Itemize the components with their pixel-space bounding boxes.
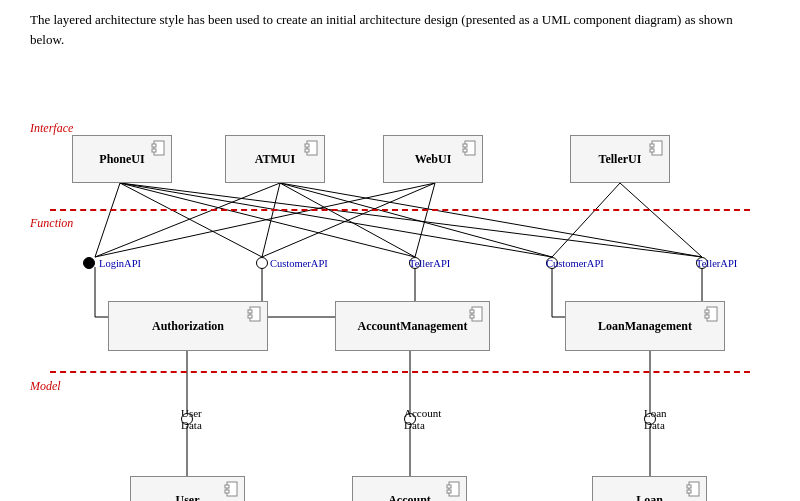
loandata-group: Loan Data [644, 413, 656, 425]
svg-rect-52 [227, 482, 237, 496]
accountmanagement-label: AccountManagement [358, 319, 468, 334]
svg-rect-51 [705, 315, 709, 318]
component-icon [446, 481, 462, 497]
svg-rect-56 [447, 485, 451, 488]
customerapi2-label: CustomerAPI [546, 258, 604, 269]
svg-rect-49 [707, 307, 717, 321]
svg-line-5 [95, 183, 280, 257]
accountdata-group: Account Data [404, 413, 416, 425]
function-layer-label: Function [30, 216, 73, 231]
dashed-line-1 [50, 209, 750, 211]
svg-rect-45 [248, 315, 252, 318]
account-box: Account [352, 476, 467, 501]
svg-line-9 [280, 183, 702, 257]
authorization-label: Authorization [152, 319, 224, 334]
tellerapi2-label: TellerAPI [696, 258, 737, 269]
webui-box: WebUI [383, 135, 483, 183]
svg-rect-42 [650, 149, 654, 152]
svg-line-8 [280, 183, 552, 257]
svg-line-1 [120, 183, 262, 257]
svg-rect-41 [650, 144, 654, 147]
svg-line-6 [262, 183, 280, 257]
component-icon [649, 140, 665, 156]
dashed-line-2 [50, 371, 750, 373]
atmui-box: ATMUI [225, 135, 325, 183]
svg-rect-54 [225, 490, 229, 493]
interface-layer-label: Interface [30, 121, 73, 136]
component-icon [469, 306, 485, 322]
intro-text: The layered architecture style has been … [30, 10, 770, 49]
component-icon [247, 306, 263, 322]
svg-rect-44 [248, 310, 252, 313]
svg-rect-58 [689, 482, 699, 496]
svg-line-12 [415, 183, 435, 257]
svg-line-4 [120, 183, 702, 257]
tellerapi1-group: TellerAPI [409, 257, 421, 269]
svg-rect-48 [470, 315, 474, 318]
svg-rect-50 [705, 310, 709, 313]
svg-rect-53 [225, 485, 229, 488]
svg-rect-33 [152, 149, 156, 152]
accountmanagement-box: AccountManagement [335, 301, 490, 351]
svg-rect-39 [463, 149, 467, 152]
component-icon [151, 140, 167, 156]
svg-line-10 [95, 183, 435, 257]
accountdata-label: Account Data [404, 407, 441, 431]
svg-line-11 [262, 183, 435, 257]
tellerui-box: TellerUI [570, 135, 670, 183]
svg-rect-57 [447, 490, 451, 493]
svg-rect-55 [449, 482, 459, 496]
svg-rect-34 [307, 141, 317, 155]
loanmanagement-box: LoanManagement [565, 301, 725, 351]
user-box: User [130, 476, 245, 501]
tellerui-label: TellerUI [599, 152, 642, 167]
component-icon [304, 140, 320, 156]
svg-rect-59 [687, 485, 691, 488]
component-icon [224, 481, 240, 497]
svg-line-7 [280, 183, 415, 257]
model-layer-label: Model [30, 379, 61, 394]
tellerapi2-group: TellerAPI [696, 257, 708, 269]
loan-box: Loan [592, 476, 707, 501]
customerapi1-label: CustomerAPI [270, 258, 328, 269]
customerapi1-lollipop [256, 257, 268, 269]
svg-line-14 [620, 183, 702, 257]
svg-rect-40 [652, 141, 662, 155]
loan-label: Loan [636, 493, 663, 502]
phoneui-label: PhoneUI [99, 152, 144, 167]
customerapi2-group: CustomerAPI [546, 257, 558, 269]
svg-rect-37 [465, 141, 475, 155]
phoneui-box: PhoneUI [72, 135, 172, 183]
tellerapi1-label: TellerAPI [409, 258, 450, 269]
userdata-label: User Data [181, 407, 202, 431]
svg-rect-38 [463, 144, 467, 147]
component-icon [704, 306, 720, 322]
user-label: User [176, 493, 200, 502]
svg-rect-47 [470, 310, 474, 313]
loginapi-group: LoginAPI [89, 257, 145, 269]
loandata-label: Loan Data [644, 407, 667, 431]
svg-rect-35 [305, 144, 309, 147]
loanmanagement-label: LoanManagement [598, 319, 692, 334]
svg-rect-46 [472, 307, 482, 321]
svg-line-0 [95, 183, 120, 257]
userdata-group: User Data [181, 413, 193, 425]
customerapi1-group: CustomerAPI [256, 257, 328, 269]
atmui-label: ATMUI [255, 152, 295, 167]
svg-rect-31 [154, 141, 164, 155]
svg-rect-32 [152, 144, 156, 147]
diagram-container: Interface PhoneUI ATMUI WebUI [30, 61, 770, 491]
component-icon [686, 481, 702, 497]
webui-label: WebUI [415, 152, 452, 167]
svg-rect-36 [305, 149, 309, 152]
svg-line-13 [552, 183, 620, 257]
svg-line-2 [120, 183, 415, 257]
svg-rect-43 [250, 307, 260, 321]
loginapi-label: LoginAPI [99, 258, 141, 269]
svg-line-3 [120, 183, 552, 257]
component-icon [462, 140, 478, 156]
loginapi-lollipop [83, 257, 95, 269]
account-label: Account [388, 493, 431, 502]
svg-rect-60 [687, 490, 691, 493]
authorization-box: Authorization [108, 301, 268, 351]
